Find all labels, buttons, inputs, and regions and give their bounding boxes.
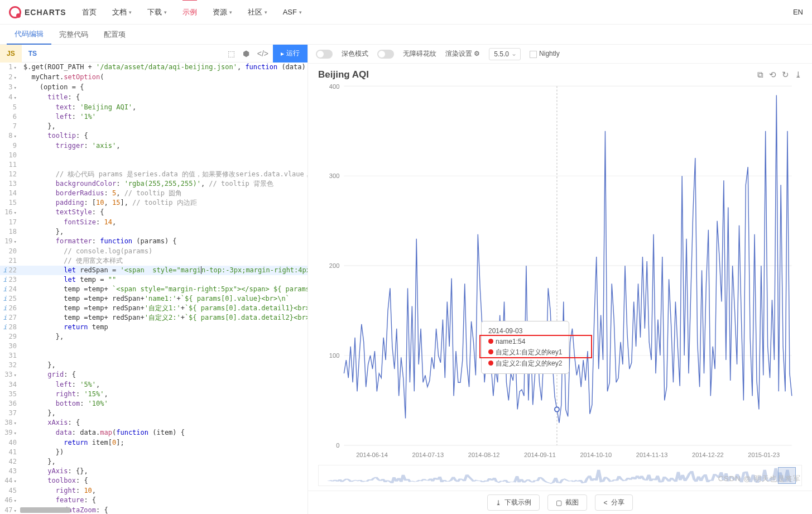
zoom-icon[interactable]: ⧉ — [757, 70, 763, 80]
dark-mode-toggle[interactable] — [316, 50, 333, 59]
code-line[interactable]: 16▾ textStyle: { — [0, 208, 307, 218]
code-line[interactable]: 41 }) — [0, 448, 307, 457]
code-line[interactable]: 43 yAxis: {}, — [0, 467, 307, 476]
code-line[interactable]: 40 return item[0]; — [0, 438, 307, 448]
svg-text:300: 300 — [329, 172, 340, 179]
code-line[interactable]: i22 let redSpan = '<span style="margin-t… — [0, 266, 307, 275]
run-label: 运行 — [286, 49, 300, 58]
code-line[interactable]: 20 // console.log(params) — [0, 247, 307, 256]
preview-bottom-bar: ⤓下载示例 ▢截图 <分享 — [308, 491, 812, 514]
h-scroll-thumb[interactable] — [20, 507, 70, 513]
line-chart[interactable]: 01002003004002014-06-142014-07-132014-08… — [318, 80, 802, 463]
share-button[interactable]: <分享 — [595, 494, 632, 511]
code-line[interactable]: 35 right: '15%', — [0, 390, 307, 399]
code-line[interactable]: 9 trigger: 'axis', — [0, 141, 307, 151]
logo[interactable]: ECHARTS — [9, 6, 66, 18]
svg-text:2014-11-13: 2014-11-13 — [636, 451, 668, 458]
svg-text:2014-07-13: 2014-07-13 — [412, 451, 444, 458]
zoom-reset-icon[interactable]: ⟲ — [769, 70, 776, 80]
code-line[interactable]: 15 padding: [10, 15], // tooltip 内边距 — [0, 198, 307, 208]
share-icon: < — [603, 499, 607, 507]
code-line[interactable]: 30 — [0, 342, 307, 351]
code-line[interactable]: i28 return temp — [0, 323, 307, 332]
nav-item[interactable]: ASF▾ — [283, 0, 302, 25]
box-icon[interactable]: ⬢ — [243, 49, 249, 58]
editor-toolbar: JS TS ⬚ ⬢ </> ▸ 运行 — [0, 45, 307, 63]
code-line[interactable]: i23 let temp = "" — [0, 275, 307, 285]
subtab[interactable]: 完整代码 — [51, 25, 96, 45]
code-line[interactable]: i27 temp =temp+ redSpan+'自定义2:'+`${ para… — [0, 313, 307, 323]
subtab[interactable]: 配置项 — [96, 25, 133, 45]
nav-item[interactable]: 下载▾ — [147, 0, 167, 25]
svg-text:2014-12-22: 2014-12-22 — [692, 451, 724, 458]
code-line[interactable]: 10 — [0, 151, 307, 160]
screenshot-button[interactable]: ▢截图 — [547, 494, 587, 511]
nav-item[interactable]: 社区▾ — [248, 0, 267, 25]
code-line[interactable]: 3▾ (option = { — [0, 83, 307, 93]
code-tag-icon[interactable]: </> — [257, 49, 268, 58]
code-line[interactable]: 34 left: '5%', — [0, 380, 307, 390]
nightly-check[interactable]: Nightly — [530, 50, 560, 57]
code-line[interactable]: 31 — [0, 351, 307, 361]
code-line[interactable]: 5 text: 'Beijing AQI', — [0, 103, 307, 112]
nav-item[interactable]: 首页 — [82, 0, 97, 25]
code-line[interactable]: 38▾ xAxis: { — [0, 418, 307, 428]
restore-icon[interactable]: ↻ — [782, 70, 789, 80]
code-line[interactable]: 11 — [0, 160, 307, 170]
svg-text:400: 400 — [329, 83, 340, 89]
code-line[interactable]: 14 borderRadius: 5, // tooltip 圆角 — [0, 189, 307, 198]
code-line[interactable]: 1▾$.get(ROOT_PATH + '/data/asset/data/aq… — [0, 63, 307, 73]
code-editor[interactable]: 1▾$.get(ROOT_PATH + '/data/asset/data/aq… — [0, 63, 307, 514]
code-line[interactable]: 6 left: '1%' — [0, 112, 307, 122]
code-line[interactable]: i24 temp =temp+ `<span style="margin-rig… — [0, 285, 307, 294]
render-settings[interactable]: 渲染设置 ⚙ — [445, 49, 480, 59]
subtab[interactable]: 代码编辑 — [7, 25, 51, 45]
datazoom-slider[interactable] — [318, 465, 802, 486]
code-line[interactable]: 32 }, — [0, 361, 307, 370]
code-line[interactable]: 42 }, — [0, 457, 307, 467]
nav-item[interactable]: 示例 — [182, 0, 197, 24]
code-line[interactable]: 2▾ myChart.setOption( — [0, 73, 307, 83]
download-button[interactable]: ⤓下载示例 — [487, 494, 540, 511]
cube-icon[interactable]: ⬚ — [228, 49, 235, 58]
code-line[interactable]: 12 // 核心代码 params 是series.data 的值，如果要修改s… — [0, 170, 307, 179]
pattern-toggle[interactable] — [377, 50, 394, 59]
nav-item[interactable]: 文档▾ — [112, 0, 132, 25]
svg-text:2015-01-23: 2015-01-23 — [748, 451, 780, 458]
datazoom-handle[interactable] — [778, 467, 796, 484]
lang-tab-js[interactable]: JS — [0, 45, 22, 63]
lang-tab-ts[interactable]: TS — [22, 45, 44, 63]
code-line[interactable]: 37 }, — [0, 409, 307, 418]
code-line[interactable]: 4▾ title: { — [0, 93, 307, 103]
nav-item[interactable]: 资源▾ — [213, 0, 232, 25]
logo-text: ECHARTS — [25, 8, 66, 17]
code-line[interactable]: 19▾ formatter: function (params) { — [0, 237, 307, 247]
version-select[interactable]: 5.5.0 — [489, 48, 521, 60]
code-line[interactable]: i26 temp =temp+ redSpan+'自定义1:'+`${ para… — [0, 304, 307, 313]
camera-icon: ▢ — [556, 499, 562, 507]
code-line[interactable]: 8▾ tooltip: { — [0, 131, 307, 141]
svg-text:0: 0 — [336, 442, 339, 449]
code-line[interactable]: 45 right: 10, — [0, 486, 307, 496]
code-line[interactable]: 44▾ toolbox: { — [0, 476, 307, 486]
code-line[interactable]: 21 // 使用富文本样式 — [0, 256, 307, 266]
code-line[interactable]: 36 bottom: '10%' — [0, 399, 307, 409]
run-button[interactable]: ▸ 运行 — [273, 45, 307, 63]
svg-point-19 — [555, 407, 559, 411]
code-line[interactable]: 39▾ data: data.map(function (item) { — [0, 428, 307, 438]
code-line[interactable]: 18 }, — [0, 227, 307, 237]
dark-mode-label: 深色模式 — [342, 49, 368, 59]
preview-pane: 深色模式 无障碍花纹 渲染设置 ⚙ 5.5.0 Nightly Beijing … — [308, 45, 812, 514]
svg-text:200: 200 — [329, 262, 340, 269]
lang-switch[interactable]: EN — [793, 8, 803, 16]
code-line[interactable]: i25 temp =temp+ redSpan+'name1:'+`${ par… — [0, 294, 307, 304]
code-line[interactable]: 46▾ feature: { — [0, 496, 307, 506]
save-icon[interactable]: ⤓ — [795, 70, 802, 80]
code-line[interactable]: 13 backgroundColor: 'rgba(255,255,255)',… — [0, 179, 307, 189]
code-line[interactable]: 17 fontSize: 14, — [0, 218, 307, 227]
code-line[interactable]: 7 }, — [0, 122, 307, 131]
code-line[interactable]: 33▾ grid: { — [0, 370, 307, 380]
logo-icon — [9, 6, 21, 18]
pattern-label: 无障碍花纹 — [403, 49, 436, 59]
code-line[interactable]: 29 }, — [0, 332, 307, 342]
